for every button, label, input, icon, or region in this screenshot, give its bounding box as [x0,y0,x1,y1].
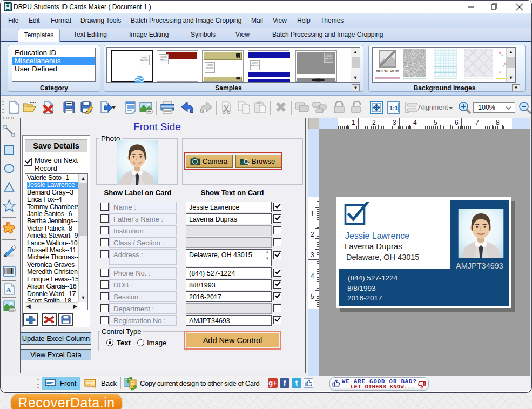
svg-text:1:1: 1:1 [389,105,398,111]
svg-text:A: A [6,286,11,294]
